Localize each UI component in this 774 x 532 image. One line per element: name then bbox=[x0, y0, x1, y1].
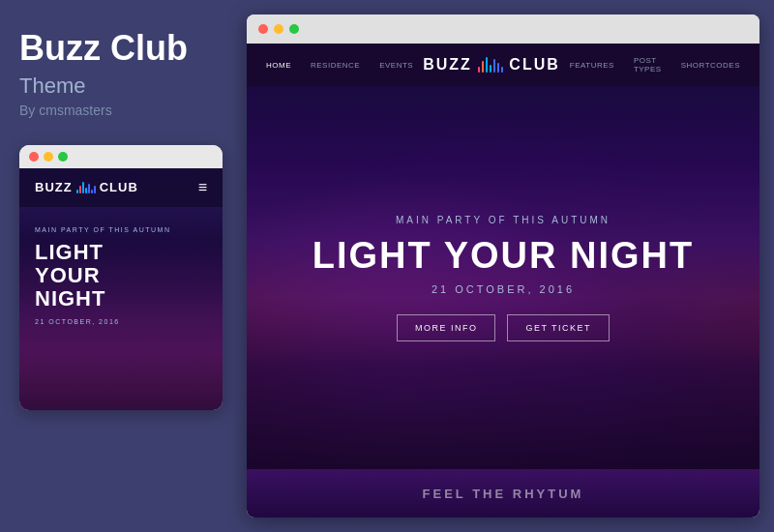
dot-green bbox=[58, 152, 68, 162]
theme-author: By cmsmasters bbox=[19, 103, 218, 118]
desktop-logo-club: CLUB bbox=[509, 56, 559, 74]
mobile-logo: BUZZ CLUB bbox=[35, 180, 138, 194]
main-area: HOME RESIDENCE EVENTS BUZZ CLUB FEA bbox=[237, 0, 774, 532]
mobile-bars-icon bbox=[76, 182, 96, 193]
mobile-logo-buzz: BUZZ bbox=[35, 180, 73, 194]
desktop-bottom-strip: FEEL THE RHYTUM bbox=[247, 469, 759, 517]
nav-right-links: FEATURES POST TYPES SHORTCODES bbox=[560, 56, 750, 74]
get-ticket-button[interactable]: GET TICKET bbox=[507, 314, 610, 341]
mobile-hero-subtitle: MAIN PARTY OF THIS AUTUMN bbox=[35, 226, 207, 233]
hero-subtitle: MAIN PARTY OF THIS AUTUMN bbox=[313, 215, 694, 225]
desktop-hero: MAIN PARTY OF THIS AUTUMN LIGHT YOUR NIG… bbox=[247, 86, 759, 469]
hero-title: LIGHT YOUR NIGHT bbox=[313, 237, 694, 274]
desktop-dot-yellow bbox=[274, 24, 283, 34]
mobile-hero-date: 21 OCTOBER, 2016 bbox=[35, 318, 207, 325]
theme-title: Buzz Club bbox=[19, 29, 218, 68]
mobile-titlebar bbox=[19, 145, 223, 168]
nav-left-links: HOME RESIDENCE EVENTS bbox=[256, 61, 423, 70]
theme-subtitle: Theme bbox=[19, 74, 218, 99]
desktop-mockup: HOME RESIDENCE EVENTS BUZZ CLUB FEA bbox=[247, 15, 759, 517]
nav-link-events[interactable]: EVENTS bbox=[370, 61, 423, 70]
mobile-mockup: BUZZ CLUB ≡ MAIN PARTY OF THIS AUTUMN bbox=[19, 145, 223, 410]
desktop-dot-red bbox=[258, 24, 268, 34]
nav-link-shortcodes[interactable]: SHORTCODES bbox=[671, 61, 750, 70]
sidebar: Buzz Club Theme By cmsmasters BUZZ bbox=[0, 0, 237, 532]
desktop-dot-green bbox=[289, 24, 299, 34]
hero-buttons: MORE INFO GET TICKET bbox=[313, 314, 694, 341]
nav-link-home[interactable]: HOME bbox=[256, 61, 301, 70]
desktop-logo-buzz: BUZZ bbox=[423, 56, 472, 74]
mobile-logo-club: CLUB bbox=[100, 180, 138, 194]
hamburger-icon[interactable]: ≡ bbox=[198, 180, 207, 195]
desktop-nav: HOME RESIDENCE EVENTS BUZZ CLUB FEA bbox=[247, 44, 759, 86]
desktop-bars-icon bbox=[478, 57, 504, 73]
mobile-nav: BUZZ CLUB ≡ bbox=[19, 168, 223, 207]
hero-date: 21 OCTOBER, 2016 bbox=[313, 283, 694, 295]
hero-content: MAIN PARTY OF THIS AUTUMN LIGHT YOUR NIG… bbox=[313, 215, 694, 341]
nav-link-post-types[interactable]: POST TYPES bbox=[624, 56, 671, 74]
nav-link-residence[interactable]: RESIDENCE bbox=[301, 61, 370, 70]
nav-link-features[interactable]: FEATURES bbox=[560, 61, 624, 70]
mobile-content: BUZZ CLUB ≡ MAIN PARTY OF THIS AUTUMN bbox=[19, 168, 223, 410]
dot-red bbox=[29, 152, 39, 162]
desktop-logo: BUZZ CLUB bbox=[423, 56, 560, 74]
desktop-titlebar bbox=[247, 15, 759, 44]
dot-yellow bbox=[44, 152, 53, 162]
mobile-hero: MAIN PARTY OF THIS AUTUMN LIGHT YOUR NIG… bbox=[19, 207, 223, 338]
mobile-hero-title: LIGHT YOUR NIGHT bbox=[35, 241, 207, 311]
more-info-button[interactable]: MORE INFO bbox=[397, 314, 496, 341]
bottom-text: FEEL THE RHYTUM bbox=[423, 487, 584, 501]
